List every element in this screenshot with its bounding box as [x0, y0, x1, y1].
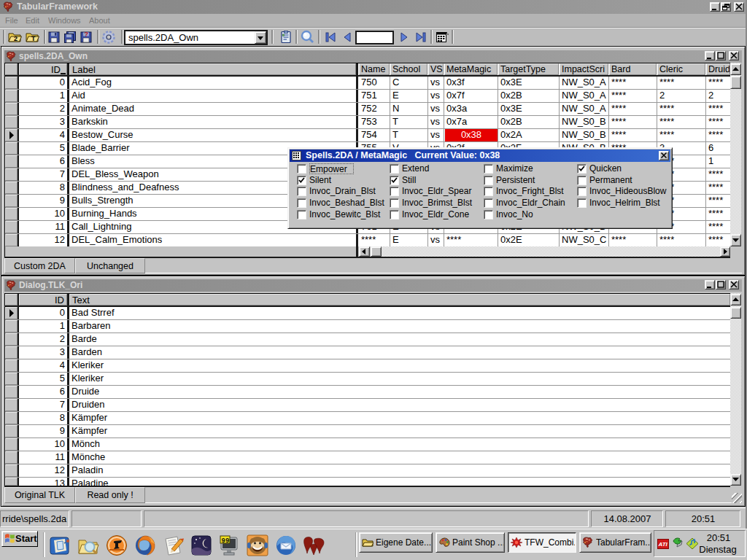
svg-text:T: T [31, 35, 36, 42]
svg-text:99: 99 [222, 537, 230, 545]
svg-text:2: 2 [14, 35, 18, 42]
svg-text:?: ? [84, 31, 88, 38]
svg-text:ATI: ATI [658, 541, 668, 548]
